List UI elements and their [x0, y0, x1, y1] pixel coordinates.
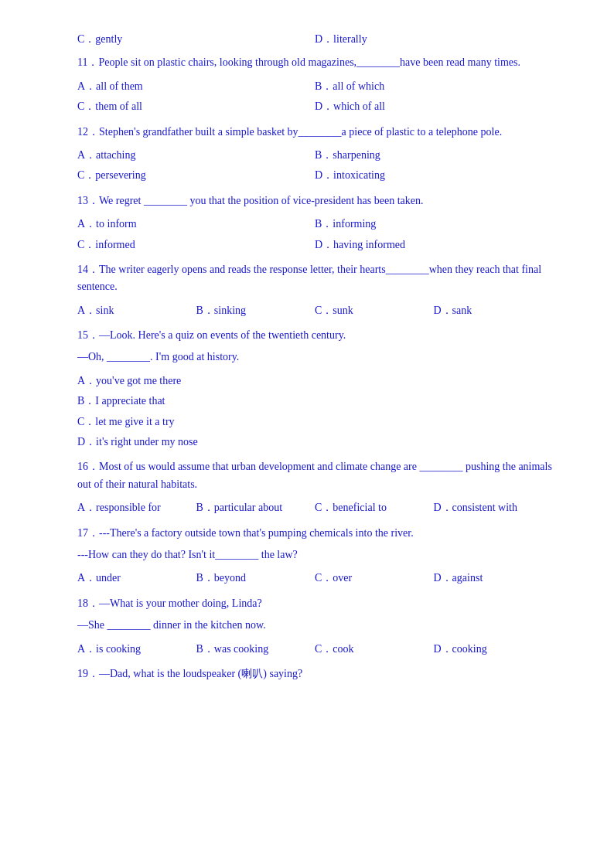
question-11: 11．People sit on plastic chairs, looking…: [77, 54, 552, 117]
q15-option-d: D．it's right under my nose: [77, 432, 552, 452]
q16-options: A．responsible for B．particular about C．b…: [77, 498, 552, 518]
q19-text: 19．—Dad, what is the loudspeaker (喇叭) sa…: [77, 665, 552, 682]
q16-option-d: D．consistent with: [434, 498, 553, 518]
q11-option-b: B．all of which: [315, 77, 552, 97]
q18-option-a: A．is cooking: [77, 639, 196, 659]
q15-option-b: B．I appreciate that: [77, 391, 552, 411]
q13-option-d: D．having informed: [315, 235, 552, 255]
option-c-gently: C．gently: [77, 31, 315, 48]
q19-body: —Dad, what is the loudspeaker (喇叭) sayin…: [99, 668, 302, 679]
q14-option-d: D．sank: [434, 301, 553, 321]
q15-number: 15．: [77, 329, 99, 341]
q13-option-c: C．informed: [77, 235, 315, 255]
q16-text: 16．Most of us would assume that urban de…: [77, 458, 552, 493]
q12-option-d: D．intoxicating: [315, 165, 552, 186]
q11-number: 11．: [77, 56, 98, 68]
q11-option-c: C．them of all: [77, 97, 315, 117]
q17-body2: ---How can they do that? Isn't it_______…: [77, 549, 298, 560]
q17-option-d: D．against: [434, 568, 553, 588]
q18-text2: —She ________ dinner in the kitchen now.: [77, 617, 552, 634]
q12-text: 12．Stephen's grandfather built a simple …: [77, 124, 552, 141]
q17-option-c: C．over: [315, 568, 434, 588]
q17-options: A．under B．beyond C．over D．against: [77, 568, 552, 588]
q17-text2: ---How can they do that? Isn't it_______…: [77, 546, 552, 563]
q11-options: A．all of them B．all of which C．them of a…: [77, 77, 552, 117]
q15-option-a: A．you've got me there: [77, 371, 552, 391]
q15-options: A．you've got me there B．I appreciate tha…: [77, 371, 552, 453]
q16-option-a: A．responsible for: [77, 498, 196, 518]
q18-options: A．is cooking B．was cooking C．cook D．cook…: [77, 639, 552, 659]
q11-text: 11．People sit on plastic chairs, looking…: [77, 54, 552, 71]
q17-option-a: A．under: [77, 568, 196, 588]
question-12: 12．Stephen's grandfather built a simple …: [77, 124, 552, 186]
q13-number: 13．: [77, 195, 99, 206]
q17-text1: 17．---There's a factory outside town tha…: [77, 525, 552, 542]
option-d-literally: D．literally: [315, 31, 552, 48]
question-13: 13．We regret ________ you that the posit…: [77, 192, 552, 255]
q12-body: Stephen's grandfather built a simple bas…: [99, 126, 502, 138]
question-17: 17．---There's a factory outside town tha…: [77, 525, 552, 589]
q11-option-a: A．all of them: [77, 77, 315, 97]
cd-row: C．gently D．literally: [77, 31, 552, 48]
q12-option-b: B．sharpening: [315, 145, 552, 165]
q14-option-b: B．sinking: [196, 301, 316, 321]
q18-body1: —What is your mother doing, Linda?: [99, 597, 262, 609]
q13-options: A．to inform B．informing C．informed D．hav…: [77, 214, 552, 255]
q14-option-c: C．sunk: [315, 301, 434, 321]
q12-number: 12．: [77, 126, 99, 138]
q13-option-a: A．to inform: [77, 214, 315, 234]
question-19: 19．—Dad, what is the loudspeaker (喇叭) sa…: [77, 665, 552, 682]
question-18: 18．—What is your mother doing, Linda? —S…: [77, 595, 552, 659]
q18-option-d: D．cooking: [434, 639, 553, 659]
q16-number: 16．: [77, 461, 99, 472]
q15-text2: —Oh, ________. I'm good at history.: [77, 349, 552, 366]
q12-options: A．attaching B．sharpening C．persevering D…: [77, 145, 552, 186]
q16-body: Most of us would assume that urban devel…: [77, 461, 552, 489]
q15-option-c: C．let me give it a try: [77, 412, 552, 432]
q14-number: 14．: [77, 264, 99, 275]
q14-option-a: A．sink: [77, 301, 196, 321]
q15-text1: 15．—Look. Here's a quiz on events of the…: [77, 327, 552, 344]
q13-body: We regret ________ you that the position…: [99, 195, 424, 206]
q13-option-b: B．informing: [315, 214, 552, 234]
q14-text: 14．The writer eagerly opens and reads th…: [77, 261, 552, 296]
q16-option-c: C．beneficial to: [315, 498, 434, 518]
q11-body: People sit on plastic chairs, looking th…: [98, 56, 520, 68]
q17-option-b: B．beyond: [196, 568, 316, 588]
q18-number: 18．: [77, 597, 99, 609]
q18-body2: —She ________ dinner in the kitchen now.: [77, 619, 266, 631]
q18-option-c: C．cook: [315, 639, 434, 659]
q13-text: 13．We regret ________ you that the posit…: [77, 192, 552, 209]
question-14: 14．The writer eagerly opens and reads th…: [77, 261, 552, 321]
q17-number: 17．: [77, 527, 99, 539]
q11-option-d: D．which of all: [315, 97, 552, 117]
q14-body: The writer eagerly opens and reads the r…: [77, 264, 541, 292]
q15-body2: —Oh, ________. I'm good at history.: [77, 351, 239, 363]
q19-number: 19．: [77, 668, 99, 679]
q12-option-c: C．persevering: [77, 165, 315, 186]
q16-option-b: B．particular about: [196, 498, 316, 518]
q12-option-a: A．attaching: [77, 145, 315, 165]
q14-options: A．sink B．sinking C．sunk D．sank: [77, 301, 552, 321]
q18-text1: 18．—What is your mother doing, Linda?: [77, 595, 552, 612]
question-15: 15．—Look. Here's a quiz on events of the…: [77, 327, 552, 452]
q15-body1: —Look. Here's a quiz on events of the tw…: [99, 329, 346, 341]
q17-body1: ---There's a factory outside town that's…: [99, 527, 414, 539]
question-16: 16．Most of us would assume that urban de…: [77, 458, 552, 518]
q18-option-b: B．was cooking: [196, 639, 316, 659]
